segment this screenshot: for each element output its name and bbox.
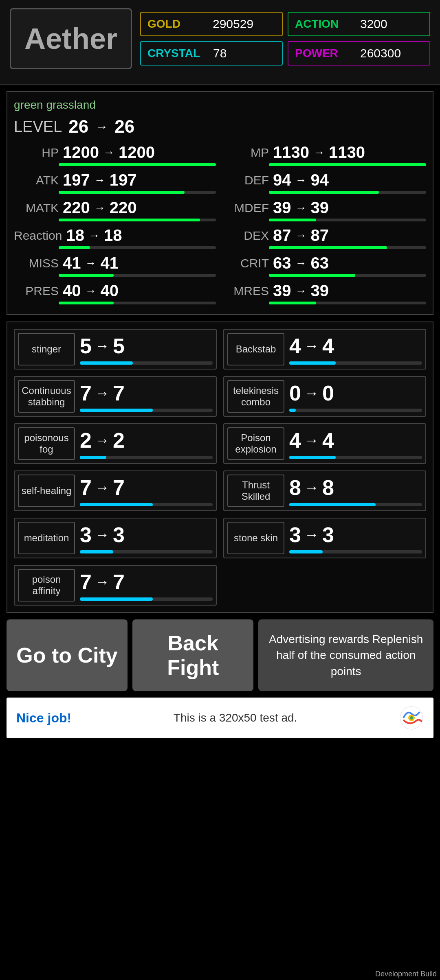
stat-bar-fill [269, 246, 387, 249]
skill-name: Thrust Skilled [227, 475, 284, 507]
stat-name: HP [14, 146, 59, 160]
skill-values: 5→5 [80, 334, 213, 365]
stat-entry-pres: PRES40→40 [14, 282, 216, 304]
stat-bar-fill [59, 219, 200, 221]
ads-button[interactable]: Advertising rewards Replenish half of th… [258, 619, 433, 691]
stat-arrow: → [85, 284, 97, 298]
skill-arrow: → [304, 385, 319, 402]
skill-bar-fill [80, 456, 106, 459]
top-header: Aether GOLD 290529 ACTION 3200 CRYSTAL 7… [0, 0, 440, 85]
stat-entry-matk: MATK220→220 [14, 199, 216, 221]
skill-val-to: 3 [322, 523, 334, 547]
stats-entries-grid: HP1200→1200MP1130→1130ATK197→197DEF94→94… [14, 143, 426, 308]
stat-arrow: → [103, 146, 114, 159]
gold-label: GOLD [141, 18, 206, 31]
skill-item-stinger: stinger5→5 [14, 329, 217, 370]
skill-item-telekinesis-combo: telekinesis combo0→0 [223, 376, 426, 417]
skill-arrow: → [95, 526, 110, 543]
skill-values: 4→4 [289, 334, 422, 365]
stat-bar-bg [59, 302, 216, 304]
skill-bar-bg [80, 456, 213, 459]
stat-entry-mdef: MDEF39→39 [224, 199, 426, 221]
skill-name: meditation [18, 522, 75, 554]
skill-val-to: 4 [322, 428, 334, 453]
crystal-label: CRYSTAL [141, 47, 207, 60]
stat-val-from: 18 [66, 226, 84, 245]
stat-bar-fill [59, 274, 114, 277]
skill-val-from: 5 [80, 334, 92, 358]
level-row: LEVEL 26 → 26 [14, 116, 426, 137]
stat-val-from: 87 [273, 226, 291, 245]
stat-entry-mres: MRES39→39 [224, 282, 426, 304]
skill-arrow: → [95, 479, 110, 496]
skill-val-to: 3 [113, 523, 125, 547]
skill-values: 7→7 [80, 381, 213, 412]
stat-val-to: 197 [110, 171, 137, 189]
stat-arrow: → [295, 201, 307, 214]
crystal-value: 78 [207, 46, 233, 60]
stat-entry-crit: CRIT63→63 [224, 254, 426, 277]
skill-bar-fill [289, 409, 296, 412]
skill-bar-fill [80, 550, 113, 553]
stat-entry-dex: DEX87→87 [224, 226, 426, 249]
skill-values: 2→2 [80, 428, 213, 459]
gold-value: 290529 [206, 17, 260, 31]
stat-bar-bg [59, 246, 216, 249]
skill-bar-fill [289, 456, 336, 459]
go-to-city-button[interactable]: Go to City [7, 619, 128, 691]
stat-val-from: 40 [63, 282, 81, 300]
ad-logo-icon [399, 706, 424, 730]
skill-val-from: 3 [289, 523, 301, 547]
skill-bar-bg [80, 503, 213, 506]
skill-item-self-healing: self-healing7→7 [14, 470, 217, 511]
gold-resource: GOLD 290529 [140, 12, 283, 36]
stat-entry-atk: ATK197→197 [14, 171, 216, 194]
skill-arrow: → [304, 432, 319, 449]
action-label: ACTION [288, 18, 354, 31]
skill-name: poisonous fog [18, 427, 75, 460]
power-resource: POWER 260300 [288, 41, 430, 66]
stat-val-to: 63 [311, 254, 329, 272]
stat-bar-fill [59, 246, 90, 249]
skill-val-from: 2 [80, 428, 92, 453]
skill-val-from: 7 [80, 475, 92, 500]
skill-values: 3→3 [289, 523, 422, 553]
skill-bar-bg [80, 361, 213, 365]
stat-arrow: → [94, 201, 106, 214]
skill-name: self-healing [18, 475, 75, 507]
stat-bar-bg [269, 274, 426, 277]
skill-bar-fill [80, 361, 133, 365]
skill-values: 4→4 [289, 428, 422, 459]
stat-bar-fill [269, 219, 316, 221]
skill-bar-fill [80, 503, 153, 506]
ad-banner: Nice job! This is a 320x50 test ad. [7, 698, 433, 738]
back-fight-button[interactable]: Back Fight [132, 619, 253, 691]
skill-item-Poison-explosion: Poison explosion4→4 [223, 423, 426, 464]
skill-val-to: 0 [322, 381, 334, 405]
skill-val-to: 4 [322, 334, 334, 358]
stat-bar-bg [59, 163, 216, 166]
stat-bar-bg [59, 274, 216, 277]
stat-bar-fill [59, 191, 185, 194]
stat-val-from: 197 [63, 171, 90, 189]
level-label: LEVEL [14, 118, 62, 136]
skill-bar-bg [289, 550, 422, 553]
skill-arrow: → [304, 337, 319, 354]
location-text: green grassland [14, 98, 426, 112]
stat-name: MRES [224, 284, 269, 298]
character-name: Aether [24, 22, 117, 55]
stat-name: ATK [14, 173, 59, 187]
skill-values: 3→3 [80, 523, 213, 553]
stat-arrow: → [295, 257, 307, 270]
stat-bar-bg [269, 219, 426, 221]
skill-values: 7→7 [80, 475, 213, 506]
stat-arrow: → [88, 229, 100, 242]
skill-values: 8→8 [289, 475, 422, 506]
skill-val-to: 7 [113, 570, 125, 594]
skill-arrow: → [304, 526, 319, 543]
skill-name: telekinesis combo [227, 380, 284, 413]
skill-bar-bg [80, 409, 213, 412]
stat-bar-bg [269, 302, 426, 304]
skill-values: 0→0 [289, 381, 422, 412]
stat-arrow: → [295, 229, 307, 242]
